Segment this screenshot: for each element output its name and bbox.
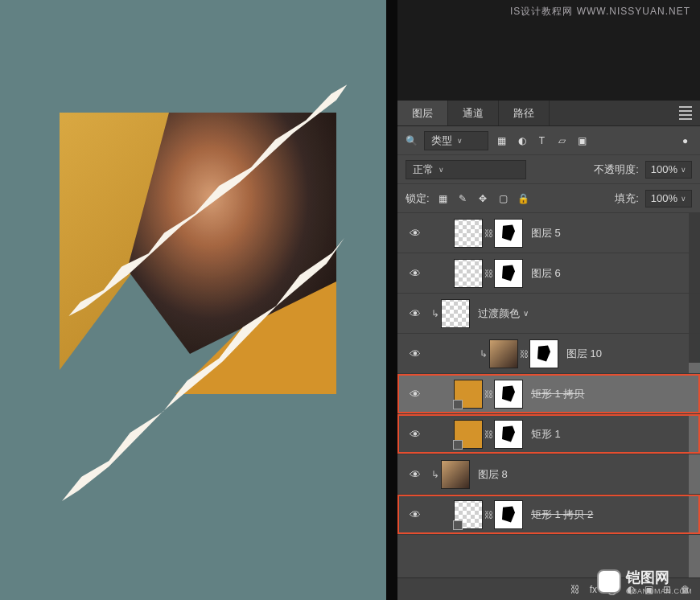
layer-row[interactable]: 👁⛓矩形 1 拷贝 2 [397,495,700,535]
layer-row[interactable]: 👁⛓矩形 1 拷贝 [397,374,700,414]
filter-toggle-icon[interactable]: ● [678,134,692,147]
layer-thumbnail[interactable] [529,339,558,368]
watermark-top: IS设计教程网 WWW.NISSYUAN.NET [510,5,690,18]
filter-pixel-icon[interactable]: ▦ [495,134,509,147]
filter-row: 🔍 类型 ∨ ▦ ◐ T ▱ ▣ ● [397,126,700,155]
layer-name[interactable]: 矩形 1 拷贝 2 [531,508,593,522]
link-icon: ⛓ [483,389,494,399]
filter-type-label: 类型 [431,134,452,148]
fill-label: 填充: [615,191,639,206]
watermark-logo-icon [597,569,621,594]
layer-thumbnail[interactable] [454,219,483,248]
chevron-down-icon: ∨ [681,166,686,174]
link-icon: ⛓ [483,429,494,439]
opacity-value: 100% [651,163,677,175]
blend-row: 正常 ∨ 不透明度: 100% ∨ [397,155,700,184]
lock-brush-icon[interactable]: ✎ [456,191,470,205]
layer-row[interactable]: 👁↳图层 8 [397,454,700,495]
visibility-toggle-icon[interactable]: 👁 [401,428,430,441]
tab-channels[interactable]: 通道 [448,101,499,125]
link-icon: ⛓ [483,269,494,278]
filter-shape-icon[interactable]: ▱ [555,134,569,147]
visibility-toggle-icon[interactable]: 👁 [401,388,430,401]
layer-row[interactable]: 👁↳过渡颜色∨ [397,294,700,334]
layer-row[interactable]: 👁⛓图层 6 [397,253,700,294]
chevron-down-icon: ∨ [439,166,444,174]
watermark-text-cn: 铠图网 [626,568,692,587]
layer-name[interactable]: 图层 5 [531,226,561,240]
link-layers-icon[interactable]: ⛓ [570,584,580,595]
layer-thumbnail[interactable] [494,500,523,529]
layer-row[interactable]: 👁⛓矩形 1 [397,414,700,454]
clip-indicator-icon: ↳ [478,348,489,360]
layer-thumbnail[interactable] [494,219,523,248]
search-icon: 🔍 [406,135,418,146]
visibility-toggle-icon[interactable]: 👁 [401,267,430,280]
layer-name[interactable]: 图层 6 [531,266,561,281]
filter-adjustment-icon[interactable]: ◐ [515,134,529,147]
visibility-toggle-icon[interactable]: 👁 [401,347,430,360]
layer-row[interactable]: 👁↳⛓图层 10 [397,334,700,374]
fill-value: 100% [651,192,677,204]
layer-thumbnail[interactable] [441,299,470,328]
layer-thumbnail[interactable] [454,500,483,529]
visibility-toggle-icon[interactable]: 👁 [401,468,430,481]
watermark-bottom: 铠图网 OBANOMAN.COM [597,568,692,595]
chevron-down-icon: ∨ [457,137,463,145]
filter-smart-icon[interactable]: ▣ [575,134,589,147]
tab-paths[interactable]: 路径 [499,101,550,125]
layer-thumbnail[interactable] [454,259,483,288]
canvas-area[interactable] [0,0,397,600]
lock-all-icon[interactable]: 🔒 [517,191,530,205]
visibility-toggle-icon[interactable]: 👁 [401,307,430,320]
filter-text-icon[interactable]: T [535,134,549,147]
visibility-toggle-icon[interactable]: 👁 [401,227,430,240]
right-column: IS设计教程网 WWW.NISSYUAN.NET 图层 通道 路径 🔍 类型 ∨… [397,0,700,600]
fill-input[interactable]: 100% ∨ [645,190,692,208]
lock-transparent-icon[interactable]: ▦ [436,191,450,205]
lock-artboard-icon[interactable]: ▢ [496,191,510,205]
artboard[interactable] [0,0,386,600]
lock-position-icon[interactable]: ✥ [476,191,490,205]
opacity-input[interactable]: 100% ∨ [645,161,692,179]
layer-thumbnail[interactable] [441,460,470,489]
chevron-down-icon[interactable]: ∨ [523,309,529,318]
layer-thumbnail[interactable] [454,380,483,409]
layer-name[interactable]: 图层 10 [566,347,602,361]
layer-thumbnail[interactable] [494,259,523,288]
layer-name[interactable]: 矩形 1 [531,427,561,442]
chevron-down-icon: ∨ [681,195,686,203]
layers-panel: 图层 通道 路径 🔍 类型 ∨ ▦ ◐ T ▱ ▣ ● 正常 ∨ 不透明度: [397,101,700,600]
layer-name[interactable]: 矩形 1 拷贝 [531,387,584,401]
blend-mode-select[interactable]: 正常 ∨ [406,160,526,179]
clip-indicator-icon: ↳ [430,308,441,319]
visibility-toggle-icon[interactable]: 👁 [401,508,430,521]
layer-thumbnail[interactable] [494,420,523,449]
layer-fx-icon[interactable]: fx [590,584,597,595]
panel-menu-icon[interactable] [679,106,692,120]
layer-thumbnail[interactable] [494,380,523,409]
tab-layers[interactable]: 图层 [397,101,448,125]
lock-row: 锁定: ▦ ✎ ✥ ▢ 🔒 填充: 100% ∨ [397,184,700,213]
link-icon: ⛓ [483,228,494,238]
clip-indicator-icon: ↳ [430,469,441,480]
layer-thumbnail[interactable] [454,420,483,449]
link-icon: ⛓ [483,510,494,520]
blend-mode-value: 正常 [413,162,434,177]
composited-artwork [60,113,336,394]
layer-name[interactable]: 图层 8 [478,467,508,482]
lock-label: 锁定: [406,191,430,206]
watermark-text-en: OBANOMAN.COM [626,587,692,595]
filter-type-select[interactable]: 类型 ∨ [424,131,488,150]
layer-thumbnail[interactable] [489,339,518,368]
layer-row[interactable]: 👁⛓图层 5 [397,213,700,253]
layer-list[interactable]: 👁⛓图层 5👁⛓图层 6👁↳过渡颜色∨👁↳⛓图层 10👁⛓矩形 1 拷贝👁⛓矩形… [397,213,700,577]
panel-tabs: 图层 通道 路径 [397,101,700,126]
link-icon: ⛓ [518,349,529,359]
opacity-label: 不透明度: [594,162,639,177]
layer-name[interactable]: 过渡颜色 [478,306,520,321]
